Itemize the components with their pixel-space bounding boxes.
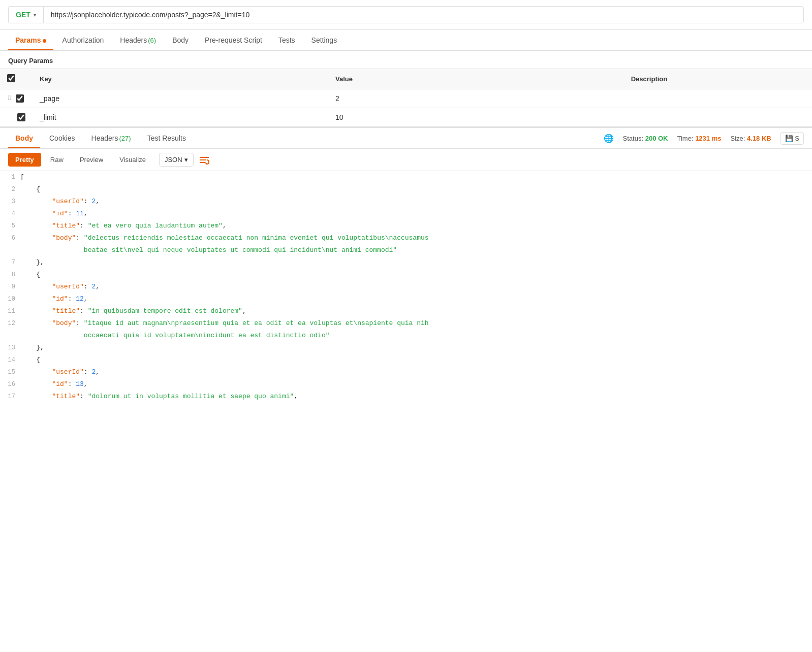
size-label: Size: 4.18 KB (730, 135, 771, 142)
tab-settings[interactable]: Settings (304, 30, 345, 50)
format-select[interactable]: JSON ▾ (159, 153, 194, 167)
code-line-6: 6 "body": "delectus reiciendis molestiae… (0, 232, 812, 244)
th-key: Key (33, 69, 328, 89)
response-headers-badge: (27) (119, 135, 131, 142)
code-line-17: 17 "title": "dolorum ut in voluptas moll… (0, 390, 812, 403)
drag-handle-icon[interactable]: ⠿ (7, 95, 12, 102)
code-line-7: 7 }, (0, 256, 812, 269)
code-line-1: 1 [ (0, 171, 812, 183)
code-line-10: 10 "id": 12, (0, 293, 812, 305)
select-all-checkbox[interactable] (7, 74, 15, 82)
status-label: Status: 200 OK (623, 135, 668, 142)
table-row: _limit 10 (0, 108, 812, 127)
response-tab-test-results[interactable]: Test Results (140, 128, 193, 148)
row2-description (624, 108, 812, 127)
code-line-15: 15 "userId": 2, (0, 366, 812, 378)
code-line-14: 14 { (0, 354, 812, 366)
method-selector[interactable]: GET ▾ (8, 6, 43, 23)
table-row: ⠿ _page 2 (0, 89, 812, 108)
response-tab-cookies[interactable]: Cookies (42, 128, 82, 148)
row1-checkbox[interactable] (16, 94, 24, 103)
response-tab-headers[interactable]: Headers(27) (84, 128, 138, 148)
row1-description (624, 89, 812, 108)
method-chevron-icon: ▾ (34, 12, 36, 18)
method-label: GET (16, 11, 30, 19)
url-bar: GET ▾ (0, 0, 812, 30)
row2-checkbox[interactable] (17, 113, 25, 121)
code-line-3: 3 "userId": 2, (0, 195, 812, 208)
wrap-button[interactable] (199, 155, 210, 165)
code-line-9: 9 "userId": 2, (0, 281, 812, 293)
code-line-5: 5 "title": "et ea vero quia laudantium a… (0, 220, 812, 232)
query-params-title: Query Params (0, 51, 812, 69)
code-area: 1 [ 2 { 3 "userId": 2, 4 "id": 11, 5 "ti… (0, 171, 812, 403)
tab-pre-request-script[interactable]: Pre-request Script (198, 30, 269, 50)
size-value: 4.18 KB (747, 135, 771, 142)
response-tabs-row: Body Cookies Headers(27) Test Results 🌐 … (0, 127, 812, 149)
code-line-16: 16 "id": 13, (0, 378, 812, 390)
code-line-6b: beatae sit\nvel qui neque voluptates ut … (0, 244, 812, 256)
request-tabs: Params Authorization Headers(6) Body Pre… (0, 30, 812, 51)
time-value: 1231 ms (695, 135, 721, 142)
row2-checkbox-cell (0, 108, 33, 127)
row1-key: _page (33, 89, 328, 108)
format-tab-visualize[interactable]: Visualize (112, 153, 153, 167)
code-line-4: 4 "id": 11, (0, 208, 812, 220)
save-button[interactable]: 💾 S (780, 132, 804, 145)
code-line-2: 2 { (0, 183, 812, 195)
tab-body[interactable]: Body (165, 30, 196, 50)
tab-authorization[interactable]: Authorization (55, 30, 111, 50)
format-chevron-icon: ▾ (184, 156, 188, 164)
time-label: Time: 1231 ms (677, 135, 721, 142)
params-dot (43, 39, 46, 43)
format-tab-raw[interactable]: Raw (43, 153, 71, 167)
status-value: 200 OK (645, 135, 668, 142)
url-input[interactable] (43, 6, 804, 23)
tab-headers[interactable]: Headers(6) (113, 30, 163, 50)
row2-key: _limit (33, 108, 328, 127)
format-tab-pretty[interactable]: Pretty (8, 153, 41, 167)
format-row: Pretty Raw Preview Visualize JSON ▾ (0, 149, 812, 171)
code-line-11: 11 "title": "in quibusdam tempore odit e… (0, 305, 812, 317)
th-value: Value (328, 69, 624, 89)
tab-params[interactable]: Params (8, 30, 53, 50)
row1-checkbox-cell: ⠿ (0, 89, 33, 108)
row2-value: 10 (328, 108, 624, 127)
th-checkbox (0, 69, 33, 89)
headers-badge: (6) (148, 37, 156, 44)
code-line-12: 12 "body": "itaque id aut magnam\npraese… (0, 317, 812, 330)
code-line-8: 8 { (0, 269, 812, 281)
response-tab-body[interactable]: Body (8, 128, 40, 148)
globe-icon: 🌐 (604, 134, 614, 143)
params-table: Key Value Description ⠿ _page 2 _limit (0, 69, 812, 127)
tab-tests[interactable]: Tests (271, 30, 302, 50)
format-tab-preview[interactable]: Preview (73, 153, 110, 167)
row1-value: 2 (328, 89, 624, 108)
response-tabs-left: Body Cookies Headers(27) Test Results (8, 128, 193, 148)
code-line-13: 13 }, (0, 342, 812, 354)
response-status-bar: 🌐 Status: 200 OK Time: 1231 ms Size: 4.1… (604, 132, 804, 145)
th-description: Description (624, 69, 812, 89)
code-line-12b: occaecati quia id voluptatem\nincidunt e… (0, 330, 812, 342)
